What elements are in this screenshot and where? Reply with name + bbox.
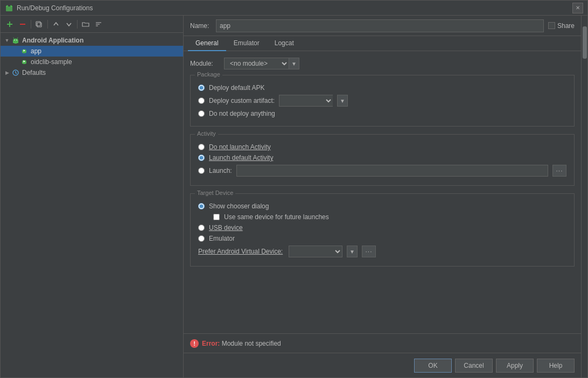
prefer-avd-label: Prefer Android Virtual Device: <box>198 248 284 255</box>
sort-button[interactable] <box>93 18 104 30</box>
usb-device-radio[interactable] <box>198 225 205 231</box>
do-not-deploy-label[interactable]: Do not deploy anything <box>209 110 275 117</box>
use-same-device-checkbox[interactable] <box>213 214 220 220</box>
cancel-button[interactable]: Cancel <box>455 359 493 373</box>
usb-device-label[interactable]: USB device <box>209 224 243 232</box>
usb-device-row: USB device <box>198 224 566 232</box>
svg-rect-9 <box>36 22 40 26</box>
share-area: Share <box>548 22 575 30</box>
share-checkbox[interactable] <box>548 22 555 29</box>
app-label: app <box>31 47 41 55</box>
activity-section: Activity Do not launch Activity Launch d… <box>190 134 575 186</box>
show-chooser-row: Show chooser dialog <box>198 202 566 210</box>
target-device-section: Target Device Show chooser dialog Use sa… <box>190 193 575 267</box>
tab-general[interactable]: General <box>188 36 226 51</box>
svg-line-19 <box>17 38 18 39</box>
apply-button[interactable]: Apply <box>496 359 534 373</box>
target-device-legend: Target Device <box>195 190 235 196</box>
launch-default-radio[interactable] <box>198 155 205 161</box>
deploy-custom-label[interactable]: Deploy custom artifact: <box>209 97 275 104</box>
copy-configuration-button[interactable] <box>33 18 45 30</box>
launch-default-row: Launch default Activity <box>198 154 566 162</box>
android-application-label: Android Application <box>22 37 83 44</box>
do-not-deploy-radio[interactable] <box>198 110 205 117</box>
help-button[interactable]: Help <box>537 359 575 373</box>
tree-toolbar <box>1 16 183 33</box>
deploy-apk-row: Deploy default APK <box>198 84 566 92</box>
svg-rect-3 <box>6 6 8 7</box>
defaults-expand: ▶ <box>3 68 11 77</box>
tab-emulator[interactable]: Emulator <box>226 36 267 51</box>
move-down-button[interactable] <box>63 18 75 30</box>
android-icon <box>11 36 20 45</box>
activity-legend: Activity <box>195 130 218 137</box>
share-label: Share <box>557 22 575 30</box>
tree-item-app[interactable]: app <box>1 46 183 57</box>
launch-specific-row: Launch: ··· <box>198 165 566 177</box>
do-not-launch-radio[interactable] <box>198 144 205 150</box>
do-not-launch-label[interactable]: Do not launch Activity <box>209 143 271 151</box>
launch-default-label[interactable]: Launch default Activity <box>209 154 273 162</box>
name-input[interactable] <box>216 19 544 32</box>
toolbar-separator-1 <box>31 20 31 29</box>
module-dropdown-arrow[interactable]: ▼ <box>289 58 299 69</box>
tree-item-defaults[interactable]: ▶ Defaults <box>1 67 183 78</box>
toolbar-separator-2 <box>47 20 48 29</box>
vertical-scrollbar[interactable] <box>581 16 587 377</box>
remove-configuration-button[interactable] <box>17 18 29 30</box>
move-up-button[interactable] <box>50 18 62 30</box>
error-icon: ! <box>190 339 199 348</box>
add-configuration-button[interactable] <box>4 18 16 30</box>
deploy-apk-radio[interactable] <box>198 85 205 91</box>
svg-line-18 <box>13 38 14 39</box>
window-icon <box>5 4 13 12</box>
tab-logcat[interactable]: Logcat <box>267 36 302 51</box>
name-label: Name: <box>190 22 212 30</box>
module-row: Module: <no module> ▼ <box>190 58 575 69</box>
prefer-avd-arrow[interactable]: ▼ <box>347 246 358 257</box>
error-message: Module not specified <box>222 340 281 347</box>
configuration-tree: ▼ Android Application <box>1 33 183 377</box>
launch-specific-label[interactable]: Launch: <box>209 167 232 174</box>
svg-rect-8 <box>37 23 41 27</box>
bottom-buttons: OK Cancel Apply Help <box>184 353 581 377</box>
general-tab-content: Module: <no module> ▼ Package <box>184 51 581 333</box>
module-label: Module: <box>190 60 220 67</box>
deploy-custom-select[interactable] <box>279 95 333 107</box>
module-dropdown: <no module> ▼ <box>224 58 299 69</box>
ok-button[interactable]: OK <box>414 359 452 373</box>
svg-rect-0 <box>6 6 12 11</box>
launch-activity-input[interactable] <box>236 165 548 177</box>
tree-item-android-application[interactable]: ▼ Android Application <box>1 35 183 46</box>
prefer-avd-browse-button[interactable]: ··· <box>362 246 376 257</box>
defaults-icon <box>11 68 20 77</box>
tree-indent-2 <box>3 58 20 66</box>
close-button[interactable]: ✕ <box>572 3 583 13</box>
folder-button[interactable] <box>80 18 92 30</box>
do-not-deploy-row: Do not deploy anything <box>198 110 566 117</box>
app-run-icon <box>20 47 29 55</box>
do-not-launch-row: Do not launch Activity <box>198 143 566 151</box>
deploy-custom-arrow[interactable]: ▼ <box>337 95 348 107</box>
launch-specific-radio[interactable] <box>198 167 205 174</box>
title-bar: Run/Debug Configurations ✕ <box>1 1 587 16</box>
use-same-device-label[interactable]: Use same device for future launches <box>224 213 329 221</box>
emulator-label[interactable]: Emulator <box>209 235 235 242</box>
module-select[interactable]: <no module> <box>224 58 289 69</box>
deploy-apk-label[interactable]: Deploy default APK <box>209 84 264 92</box>
oidclib-run-icon <box>20 58 29 66</box>
emulator-radio[interactable] <box>198 235 205 242</box>
prefer-avd-select[interactable] <box>289 246 342 257</box>
package-section: Package Deploy default APK Deploy custom… <box>190 75 575 127</box>
error-text: Error: Module not specified <box>202 340 281 347</box>
show-chooser-label[interactable]: Show chooser dialog <box>209 202 269 210</box>
deploy-custom-radio[interactable] <box>198 97 205 104</box>
deploy-custom-row: Deploy custom artifact: ▼ <box>198 95 566 107</box>
scroll-thumb[interactable] <box>583 26 587 59</box>
use-same-device-row: Use same device for future launches <box>213 213 566 221</box>
emulator-row: Emulator <box>198 235 566 242</box>
package-legend: Package <box>195 71 222 78</box>
launch-activity-browse-button[interactable]: ··· <box>552 165 566 177</box>
tree-item-oidclib-sample[interactable]: oidclib-sample <box>1 57 183 67</box>
show-chooser-radio[interactable] <box>198 203 205 209</box>
